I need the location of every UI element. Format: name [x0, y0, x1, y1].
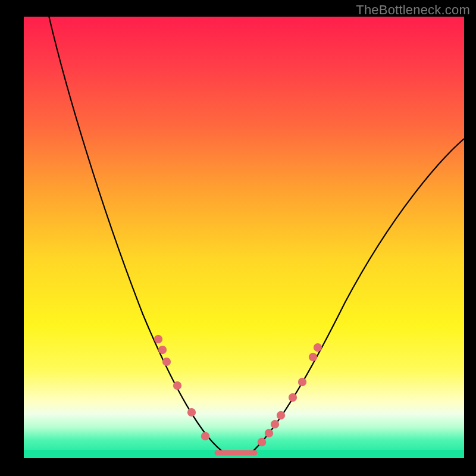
- marker-dot: [154, 335, 162, 343]
- marker-dot: [162, 358, 171, 366]
- marker-dot: [187, 408, 196, 416]
- chart-frame: TheBottleneck.com: [0, 0, 476, 476]
- marker-dot: [298, 378, 306, 386]
- watermark-text: TheBottleneck.com: [356, 2, 470, 18]
- marker-dot: [265, 429, 273, 437]
- marker-dot: [258, 438, 266, 446]
- marker-dot: [271, 420, 279, 428]
- marker-dot: [201, 432, 209, 440]
- marker-dot: [158, 346, 167, 354]
- plot-area: [24, 17, 464, 458]
- marker-dot: [277, 411, 285, 419]
- marker-dot: [309, 353, 317, 361]
- bottleneck-curve: [48, 17, 464, 454]
- marker-dot: [173, 381, 181, 390]
- bottleneck-curve-svg: [24, 17, 464, 458]
- marker-dot: [314, 343, 322, 352]
- marker-dot: [289, 393, 297, 402]
